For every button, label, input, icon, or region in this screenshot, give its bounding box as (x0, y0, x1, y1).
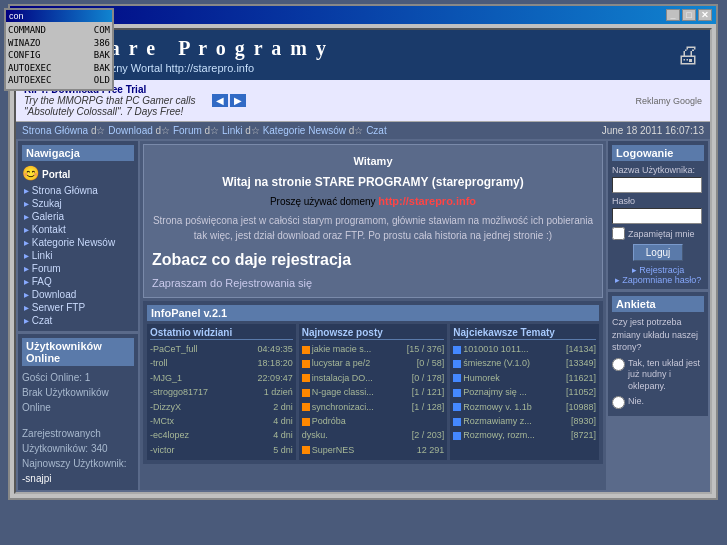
infopanel-lastseen-title: Ostatnio widziani (150, 327, 293, 340)
sidebar-item-linki[interactable]: Linki (22, 249, 134, 262)
window-titlebar: Stare Programy _ □ ✕ (10, 6, 716, 24)
ad-next-button[interactable]: ▶ (230, 94, 246, 107)
list-item[interactable]: SuperNES12 291 (302, 443, 445, 457)
list-item[interactable]: -troll18:18:20 (150, 356, 293, 370)
close-button[interactable]: ✕ (698, 9, 712, 21)
welcome-big-text: Zobacz co daje rejestracja (152, 251, 594, 269)
list-item[interactable]: instalacja DO...[0 / 178] (302, 371, 445, 385)
list-item[interactable]: -victor5 dni (150, 443, 293, 457)
sidebar-item-download[interactable]: Download (22, 288, 134, 301)
sidebar-item-forum[interactable]: Forum (22, 262, 134, 275)
list-item[interactable]: -PaCeT_full04:49:35 (150, 342, 293, 356)
list-item[interactable]: -stroggo817171 dzień (150, 385, 293, 399)
ad-line2: "Absolutely Colossall". 7 Days Free! (24, 106, 196, 117)
list-item[interactable]: lucystar a pe/2[0 / 58] (302, 356, 445, 370)
remember-label: Zapamiętaj mnie (628, 229, 695, 239)
login-button[interactable]: Loguj (633, 244, 683, 261)
sidebar-item-czat[interactable]: Czat (22, 314, 134, 327)
poll-radio-1[interactable] (612, 358, 625, 371)
list-item[interactable]: dysku.[2 / 203] (302, 428, 445, 442)
breadcrumb-home[interactable]: Strona Główna (22, 125, 88, 136)
username-input[interactable] (612, 177, 702, 193)
list-item[interactable]: -DizzyX2 dni (150, 400, 293, 414)
sidebar-item-faq[interactable]: FAQ (22, 275, 134, 288)
dos-window: con COMMANDCOM WINAZO386 CONFIGBAK AUTOE… (4, 8, 114, 91)
list-item[interactable]: -MJG_122:09:47 (150, 371, 293, 385)
list-item[interactable]: Humorek[11621] (453, 371, 596, 385)
portal-emoji: 😊 (22, 165, 39, 181)
window-controls[interactable]: _ □ ✕ (666, 9, 712, 21)
remember-checkbox[interactable] (612, 227, 625, 240)
password-label: Hasło (612, 196, 704, 206)
welcome-box: Witamy Witaj na stronie STARE PROGRAMY (… (143, 144, 603, 298)
sidebar-item-szukaj[interactable]: Szukaj (22, 197, 134, 210)
welcome-domain-link[interactable]: http://starepro.info (378, 195, 476, 207)
forgot-link[interactable]: Zapomniane hasło? (612, 275, 704, 285)
welcome-register-text: Zapraszam do Rejestrowania się (152, 277, 594, 289)
poll-radio-2[interactable] (612, 396, 625, 409)
breadcrumb-download[interactable]: Download (108, 125, 152, 136)
welcome-text: Strona poświęcona jest w całości starym … (152, 213, 594, 243)
list-item[interactable]: 1010010 1011...[14134] (453, 342, 596, 356)
maximize-button[interactable]: □ (682, 9, 696, 21)
infopanel-title: InfoPanel v.2.1 (147, 305, 599, 321)
login-title: Logowanie (612, 145, 704, 161)
navigation-title: Nawigacja (22, 145, 134, 161)
list-item[interactable]: -MCtx4 dni (150, 414, 293, 428)
sidebar-item-strona[interactable]: Strona Główna (22, 184, 134, 197)
ad-bar: RIFT: Download Free Trial Try the MMORPG… (16, 80, 710, 122)
breadcrumb-bar: Strona Główna d☆ Download d☆ Forum d☆ Li… (16, 122, 710, 139)
minimize-button[interactable]: _ (666, 9, 680, 21)
sidebar-item-galeria[interactable]: Galeria (22, 210, 134, 223)
ad-line1: Try the MMORPG that PC Gamer calls (24, 95, 196, 106)
dos-window-body: COMMANDCOM WINAZO386 CONFIGBAK AUTOEXECB… (6, 22, 112, 89)
list-item[interactable]: N-gage classi...[1 / 121] (302, 385, 445, 399)
remember-me: Zapamiętaj mnie (612, 227, 704, 240)
breadcrumb-czat[interactable]: Czat (366, 125, 387, 136)
list-item[interactable]: Rozmawiamy z...[8930] (453, 414, 596, 428)
left-sidebar: Nawigacja 😊 Portal Strona Główna Szukaj … (18, 141, 138, 490)
register-link[interactable]: Rejestracja (612, 265, 704, 275)
list-item[interactable]: -ec4lopez4 dni (150, 428, 293, 442)
poll-option-1[interactable]: Tak, ten układ jest już nudny i oklepany… (612, 358, 704, 393)
infopanel-topics-title: Najciekawsze Tematy (453, 327, 596, 340)
list-item[interactable]: Rozmowy, rozm...[8721] (453, 428, 596, 442)
welcome-section-title: Witamy (152, 153, 594, 169)
list-item[interactable]: jakie macie s...[15 / 376] (302, 342, 445, 356)
list-item[interactable]: Poznajmy się ...[11052] (453, 385, 596, 399)
breadcrumb: Strona Główna d☆ Download d☆ Forum d☆ Li… (22, 125, 387, 136)
sidebar-item-kontakt[interactable]: Kontakt (22, 223, 134, 236)
online-no-users: Brak Użytkowników Online (22, 385, 134, 415)
breadcrumb-kategorie[interactable]: Kategorie Newsów (263, 125, 346, 136)
right-sidebar: Logowanie Nazwa Użytkownika: Hasło Zapam… (608, 141, 708, 490)
infopanel-grid: Ostatnio widziani -PaCeT_full04:49:35 -t… (147, 324, 599, 460)
sidebar-item-kategorie[interactable]: Kategorie Newsów (22, 236, 134, 249)
online-title: Użytkowników Online (22, 338, 134, 366)
list-item[interactable]: Podróba (302, 414, 445, 428)
sidebar-item-serwer[interactable]: Serwer FTP (22, 301, 134, 314)
online-section: Użytkowników Online Gości Online: 1 Brak… (18, 334, 138, 490)
ad-navigation[interactable]: ◀ ▶ (212, 94, 246, 107)
poll-box: Ankieta Czy jest potrzeba zmiany układu … (608, 292, 708, 416)
poll-option-2[interactable]: Nie. (612, 396, 704, 409)
infopanel-posts-title: Najnowsze posty (302, 327, 445, 340)
site-header: 🖥️ S t a r e P r o g r a m y Niezależny … (16, 30, 710, 80)
breadcrumb-linki[interactable]: Linki (222, 125, 243, 136)
list-item[interactable]: śmieszne (V.1.0)[13349] (453, 356, 596, 370)
password-input[interactable] (612, 208, 702, 224)
breadcrumb-forum[interactable]: Forum (173, 125, 202, 136)
poll-question: Czy jest potrzeba zmiany układu naszej s… (612, 316, 704, 354)
poll-title: Ankieta (612, 296, 704, 312)
online-newest-user[interactable]: -snajpi (22, 471, 134, 486)
online-newest-label: Najnowszy Użytkownik: (22, 456, 134, 471)
ad-google-label: Reklamy Google (635, 96, 702, 106)
welcome-domain-prompt: Proszę używać domeny http://starepro.inf… (152, 195, 594, 207)
dos-window-title: con (6, 10, 112, 22)
list-item[interactable]: Rozmowy v. 1.1b[10988] (453, 400, 596, 414)
login-links: Rejestracja Zapomniane hasło? (612, 265, 704, 285)
welcome-title: Witaj na stronie STARE PROGRAMY (starepr… (152, 175, 594, 189)
online-guests: Gości Online: 1 (22, 370, 134, 385)
list-item[interactable]: synchronizaci...[1 / 128] (302, 400, 445, 414)
ad-prev-button[interactable]: ◀ (212, 94, 228, 107)
main-layout: Nawigacja 😊 Portal Strona Główna Szukaj … (16, 139, 710, 492)
